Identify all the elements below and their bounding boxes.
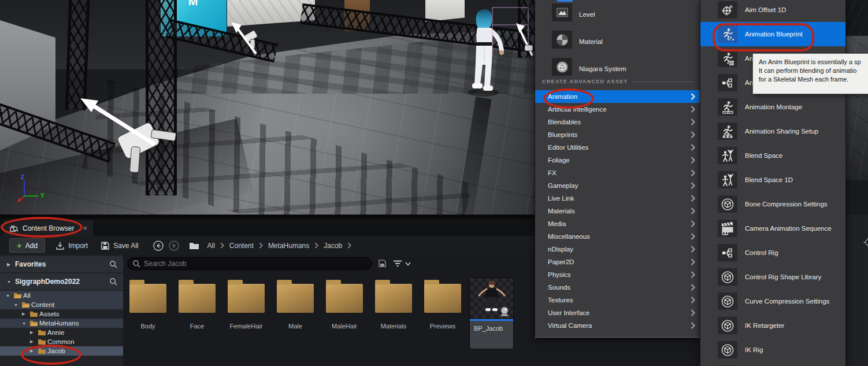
menu-item-live-link[interactable]: Live Link (535, 192, 700, 205)
submenu-item-ik-retargeter[interactable]: IK Retargeter (700, 313, 845, 338)
expander-icon[interactable]: ▶ (30, 330, 38, 335)
search-icon[interactable] (109, 278, 117, 286)
menu-item-fx[interactable]: FX (535, 167, 700, 179)
graph-tile (718, 74, 737, 91)
menu-item-editor-utilities[interactable]: Editor Utilities (535, 141, 700, 154)
expander-icon[interactable]: ▶ (30, 349, 38, 353)
tab-close-icon[interactable]: × (83, 224, 87, 232)
tab-content-browser[interactable]: Content Browser × (3, 220, 93, 236)
folder-body[interactable]: Body (128, 278, 168, 330)
menu-item-paper2d[interactable]: Paper2D (535, 256, 700, 268)
save-search-icon[interactable] (378, 259, 387, 268)
nav-back-icon[interactable] (153, 240, 164, 252)
submenu-arrow-icon (691, 195, 695, 202)
submenu-item-curve-compression-settings[interactable]: Curve Compression Settings (700, 289, 845, 313)
submenu-item-animation-montage[interactable]: Animation Montage (700, 95, 845, 119)
plus-icon: + (17, 241, 22, 250)
submenu-item-bone-compression-settings[interactable]: Bone Compression Settings (700, 192, 845, 216)
nav-forward-icon[interactable] (168, 240, 180, 252)
expander-icon[interactable]: ▼ (7, 280, 15, 284)
cube-circle-tile (718, 195, 737, 213)
basic-asset-list: LevelMaterialNiagara System (535, 3, 700, 85)
expander-icon[interactable]: ▶ (30, 339, 38, 344)
section-header: CREATE ADVANCED ASSET (542, 79, 693, 84)
menu-item-ndisplay[interactable]: nDisplay (535, 243, 700, 256)
runner-stack-icon (721, 51, 735, 65)
menu-item-artificial-intelligence[interactable]: Artificial Intelligence (535, 103, 700, 116)
menu-item-miscellaneous[interactable]: Miscellaneous (535, 230, 700, 243)
import-button[interactable]: Import (55, 241, 88, 250)
folder-femalehair[interactable]: FemaleHair (226, 278, 266, 330)
project-header[interactable]: ▼ SiggraphDemo2022 (0, 273, 123, 290)
cube-circle-icon (721, 294, 735, 308)
submenu-item-blend-space-1d[interactable]: Blend Space 1D (700, 168, 845, 192)
gear-icon[interactable] (863, 238, 868, 247)
add-button[interactable]: + Add (9, 238, 45, 253)
menu-item-textures[interactable]: Textures (535, 294, 700, 306)
submenu-arrow-icon (691, 169, 695, 176)
tree-item-all[interactable]: ▼All (0, 291, 123, 300)
submenu-arrow-icon (691, 119, 695, 125)
tree-item-assets[interactable]: ▶Assets (0, 309, 123, 319)
tree-item-metahumans[interactable]: ▼MetaHumans (0, 319, 123, 328)
submenu-item-ik-rig[interactable]: IK Rig (700, 338, 845, 362)
breadcrumb-metahumans[interactable]: MetaHumans (268, 242, 309, 250)
menu-item-blendables[interactable]: Blendables (535, 116, 700, 128)
submenu-arrow-icon (691, 106, 695, 113)
submenu-arrow-icon (691, 182, 695, 189)
cube-circle-tile (718, 293, 737, 310)
viewport-sliver-dark (845, 180, 868, 215)
tree-item-annie[interactable]: ▶Annie (0, 328, 123, 337)
submenu-item-aim-offset-1d[interactable]: Aim Offset 1D (700, 0, 845, 22)
menu-item-foliage[interactable]: Foliage (535, 154, 700, 167)
tree-item-content[interactable]: ▼Content (0, 300, 123, 309)
search-icon[interactable] (109, 260, 117, 268)
breadcrumb-content[interactable]: Content (229, 242, 254, 250)
folder-male[interactable]: Male (275, 278, 316, 330)
asset-bp-jacob[interactable]: BP_Jacob (470, 278, 513, 349)
folder-malehair[interactable]: MaleHair (324, 278, 365, 330)
expander-icon[interactable]: ▶ (7, 262, 15, 267)
chevron-right-icon (259, 242, 263, 249)
tree-item-jacob[interactable]: ▶Jacob (0, 346, 123, 356)
expander-icon[interactable]: ▼ (6, 294, 13, 298)
tooltip: An Anim Blueprint is essentially a sp It… (752, 53, 868, 94)
folder-face[interactable]: Face (177, 278, 217, 330)
filter-icon[interactable] (393, 260, 402, 267)
breadcrumb-all[interactable]: All (207, 242, 215, 250)
menu-item-animation[interactable]: Animation (535, 90, 700, 103)
menu-item-blueprints[interactable]: Blueprints (535, 128, 700, 141)
menu-item-media[interactable]: Media (535, 217, 700, 230)
menu-item-virtual-camera[interactable]: Virtual Camera (535, 319, 700, 332)
two-people-icon (721, 173, 735, 187)
menu-item-sounds[interactable]: Sounds (535, 281, 700, 294)
breadcrumb-separator (220, 242, 224, 249)
submenu-item-animation-blueprint[interactable]: Animation Blueprint (700, 22, 845, 46)
material-icon (552, 31, 572, 49)
breadcrumb-jacob[interactable]: Jacob (324, 242, 342, 250)
submenu-item-blend-space[interactable]: Blend Space (700, 143, 845, 168)
submenu-item-partial[interactable] (700, 362, 845, 366)
menu-item-user-interface[interactable]: User Interface (535, 306, 700, 319)
expander-icon[interactable]: ▼ (14, 303, 21, 307)
menu-item-materials[interactable]: Materials (535, 205, 700, 217)
chevron-down-icon[interactable] (405, 262, 411, 266)
save-all-button[interactable]: Save All (101, 241, 138, 250)
menu-item-level[interactable]: Level (535, 3, 700, 31)
tree-item-common[interactable]: ▶Common (0, 337, 123, 346)
aim-offset-tile (718, 1, 737, 19)
menu-item-physics[interactable]: Physics (535, 268, 700, 281)
expander-icon[interactable]: ▶ (22, 312, 29, 316)
menu-item-gameplay[interactable]: Gameplay (535, 179, 700, 192)
submenu-item-camera-animation-sequence[interactable]: Camera Animation Sequence (700, 216, 845, 241)
favorites-header[interactable]: ▶ Favorites (0, 256, 123, 272)
folder-previews[interactable]: Previews (422, 278, 463, 330)
submenu-item-animation-sharing-setup[interactable]: Animation Sharing Setup (700, 119, 845, 143)
submenu-item-control-rig-shape-library[interactable]: Control Rig Shape Library (700, 265, 845, 289)
menu-item-material[interactable]: Material (535, 31, 700, 58)
folder-icon (375, 284, 412, 313)
expander-icon[interactable]: ▼ (22, 321, 29, 326)
search-assets-input[interactable] (127, 257, 372, 270)
folder-materials[interactable]: Materials (373, 278, 414, 330)
submenu-item-control-rig[interactable]: Control Rig (700, 241, 845, 265)
